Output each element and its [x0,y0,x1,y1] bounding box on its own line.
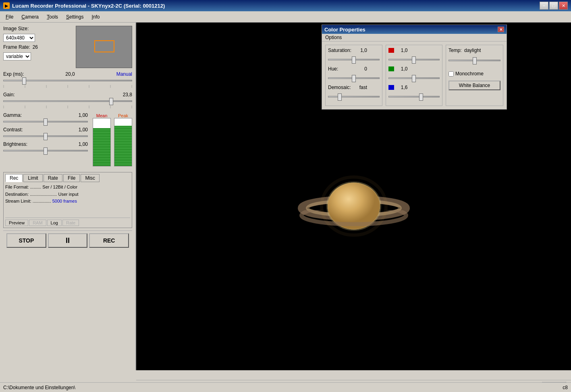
exp-value: 20,0 [65,71,75,77]
gcb-area: Gamma: 1,00 Contrast: 1,00 Brigh [3,112,132,168]
brightness-slider[interactable] [3,147,88,154]
exp-slider[interactable] [3,77,132,84]
brightness-label-row: Brightness: 1,00 [3,141,88,147]
image-size-label: Image Size: [3,26,29,31]
exp-ticks: ||||||| [3,84,132,88]
menu-settings[interactable]: Settings [62,12,87,21]
gain-label: Gain: [3,92,15,97]
red-row: 1,0 [388,48,440,53]
gamma-label: Gamma: [3,112,22,118]
contrast-label: Contrast: [3,127,23,133]
green-row: 1,0 [388,66,440,72]
gain-slider[interactable] [3,98,132,104]
frame-rate-select-row: variable fixed [3,52,38,60]
pause-button[interactable]: II [48,233,88,248]
preview-rect [94,40,114,52]
saturation-label: Saturation: [328,48,354,53]
gamma-slider[interactable] [3,118,88,125]
gamma-value: 1,00 [79,112,88,118]
file-format-info: File Format: ......... Ser / 12Bit / Col… [5,184,130,191]
stream-limit-value: 5000 frames [52,199,77,203]
color-properties-close-button[interactable]: ✕ [498,27,504,32]
peak-histogram: Peak [114,113,132,166]
contrast-slider[interactable] [3,133,88,139]
temp-value: daylight [464,48,481,53]
blue-slider[interactable] [388,93,440,100]
rec-button[interactable]: REC [89,233,129,248]
contrast-value: 1,00 [79,127,88,133]
rec-info: File Format: ......... Ser / 12Bit / Col… [5,184,130,216]
maximize-button[interactable]: □ [549,2,558,10]
red-slider[interactable] [388,56,440,63]
green-slider[interactable] [388,75,440,81]
blue-slider-row [388,93,440,100]
brightness-group: Brightness: 1,00 [3,141,88,155]
top-controls: Image Size: 640x480 1280x960 Frame Rate:… [3,26,132,68]
temp-slider[interactable] [448,57,500,64]
tab-file[interactable]: File [63,174,80,182]
rec-sub-tabs: Preview RAM Log Rate [5,218,130,226]
menu-tools[interactable]: Tools [43,12,62,21]
temp-row: Temp: daylight [448,48,500,53]
titlebar: ▶ Lucam Recorder Professional - SKYnyx2-… [0,0,571,11]
destination-info: Destination: ...................... User… [5,191,130,198]
tab-misc[interactable]: Misc [81,174,100,182]
menu-camera[interactable]: Camera [17,12,43,21]
green-value: 1,0 [397,66,408,72]
tab-rec[interactable]: Rec [5,174,23,182]
hue-label: Hue: [328,66,354,72]
gain-group: Gain: 23,8 ||||||| [3,92,132,108]
hue-slider-row [328,75,380,81]
white-balance-button[interactable]: White Balance [448,81,500,90]
peak-bar [114,118,132,166]
window-title: Lucam Recorder Professional - SKYnyx2-2C… [12,3,165,9]
mean-label: Mean [96,113,108,118]
tab-rate[interactable]: Rate [44,174,62,182]
histogram-area: Mean Peak [93,113,132,166]
exp-group: Exp (ms): 20,0 Manual ||||||| [3,71,132,88]
image-size-select[interactable]: 640x480 1280x960 [3,34,35,42]
subtab-rate: Rate [62,220,79,226]
blue-indicator [388,85,394,90]
close-button[interactable]: ✕ [559,2,568,10]
cp-left-section: Saturation: 1,0 Hue: 0 [325,45,382,106]
frame-rate-value: 26 [33,44,38,50]
window-controls: − □ ✕ [540,2,568,10]
statusbar-code: c8 [563,385,568,390]
subtab-log[interactable]: Log [47,220,62,226]
blue-value: 1,6 [397,85,408,90]
title-text: ▶ Lucam Recorder Professional - SKYnyx2-… [3,2,165,9]
color-properties-title: Color Properties [324,27,365,33]
exp-manual-link[interactable]: Manual [116,71,132,77]
menu-file[interactable]: File [2,12,17,21]
stream-limit-info: Stream Limit: ............... 5000 frame… [5,198,130,205]
tab-limit[interactable]: Limit [23,174,42,182]
red-slider-row [388,56,440,63]
menu-info[interactable]: Info [87,12,104,21]
gamma-group: Gamma: 1,00 [3,112,88,126]
peak-label: Peak [118,113,128,118]
brightness-label: Brightness: [3,141,27,147]
frame-rate-select[interactable]: variable fixed [3,52,31,60]
menubar: File Camera Tools Settings Info [0,11,571,23]
saturation-slider-row [328,56,380,63]
demosaic-slider[interactable] [328,93,380,100]
minimize-button[interactable]: − [540,2,548,10]
rec-tabs: Rec Limit Rate File Misc [5,174,130,182]
statusbar-path: C:\Dokumente und Einstellungen\ [3,385,563,390]
color-properties-body: Saturation: 1,0 Hue: 0 [322,41,507,109]
main-layout: Image Size: 640x480 1280x960 Frame Rate:… [0,23,571,370]
subtab-preview[interactable]: Preview [5,220,28,226]
monochrome-checkbox[interactable] [448,71,454,77]
saturation-slider[interactable] [328,56,380,63]
bottom-buttons: STOP II REC [3,230,132,250]
demosaic-row: Demosaic: fast [328,85,380,90]
temp-slider-row [448,57,500,64]
color-properties-options-label[interactable]: Options [325,35,342,40]
color-properties-menu: Options [322,34,507,41]
hue-slider[interactable] [328,75,380,81]
stop-button[interactable]: STOP [6,233,46,248]
peak-fill [114,126,132,166]
frame-rate-row: Frame Rate: 26 [3,44,38,50]
left-panel: Image Size: 640x480 1280x960 Frame Rate:… [0,23,136,370]
